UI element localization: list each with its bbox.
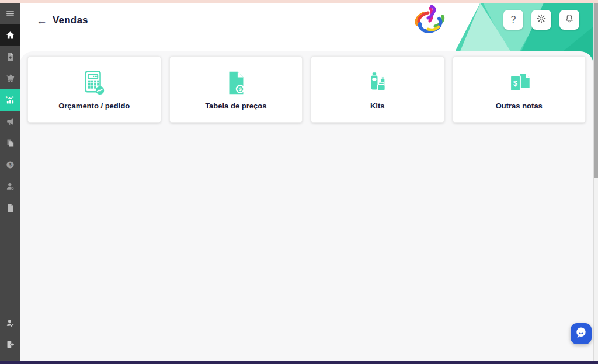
top-window-strip — [0, 0, 598, 3]
title-row: ← Vendas — [36, 15, 88, 26]
logout-icon — [5, 340, 15, 349]
sidebar-item-reports[interactable] — [0, 132, 20, 154]
svg-text:$: $ — [513, 79, 517, 88]
sidebar-bottom-group — [0, 312, 20, 355]
sales-chart-icon: $ — [5, 95, 15, 105]
card-label: Outras notas — [496, 102, 543, 110]
sidebar-item-sales[interactable]: $ — [0, 89, 20, 111]
card-label: Kits — [370, 102, 385, 110]
card-label: Orçamento / pedido — [58, 102, 130, 110]
chat-launcher-button[interactable] — [571, 323, 592, 344]
cart-icon — [5, 74, 15, 83]
dollar-coin-icon: $ — [5, 160, 15, 170]
page-header: ← Vendas — [20, 3, 598, 51]
bell-icon — [564, 13, 575, 26]
cosmetics-kit-icon — [364, 69, 391, 96]
sidebar-item-home[interactable] — [0, 24, 20, 46]
cards-row: Orçamento / pedido $ Tabela de preços — [27, 56, 586, 123]
chat-bubble-icon — [574, 326, 588, 342]
sidebar-item-customers[interactable] — [0, 176, 20, 197]
user-gear-icon — [5, 181, 15, 191]
header-buttons: ? — [503, 10, 579, 30]
sidebar-item-menu[interactable] — [0, 3, 20, 24]
content-panel: Orçamento / pedido $ Tabela de preços — [20, 51, 593, 361]
svg-text:$: $ — [6, 96, 8, 99]
sidebar-item-support[interactable] — [0, 312, 20, 334]
back-arrow-icon[interactable]: ← — [36, 15, 47, 26]
copy-pages-icon — [5, 138, 15, 148]
sidebar-item-finance[interactable]: $ — [0, 154, 20, 176]
card-label: Tabela de preços — [205, 102, 266, 110]
vertical-scrollbar[interactable] — [593, 3, 598, 361]
home-icon — [5, 30, 15, 40]
sidebar-item-cart[interactable] — [0, 68, 20, 89]
notes-files-icon: $ — [506, 69, 533, 96]
calculator-chart-icon — [81, 69, 107, 96]
user-check-icon — [5, 318, 15, 328]
rainbow-clef-logo — [412, 4, 447, 36]
gear-icon — [536, 13, 547, 26]
menu-icon — [5, 9, 15, 19]
main-area: ← Vendas — [20, 3, 598, 361]
card-orcamento-pedido[interactable]: Orçamento / pedido — [27, 56, 161, 123]
question-icon: ? — [511, 15, 516, 25]
notifications-button[interactable] — [559, 10, 579, 30]
file-icon — [5, 203, 15, 213]
card-outras-notas[interactable]: $ Outras notas — [453, 56, 586, 123]
page-title: Vendas — [53, 15, 88, 26]
sidebar-item-documents[interactable] — [0, 197, 20, 219]
sidebar-item-file-plus[interactable] — [0, 46, 20, 68]
help-button[interactable]: ? — [503, 10, 523, 30]
megaphone-icon — [5, 117, 15, 127]
sidebar-item-megaphone[interactable] — [0, 111, 20, 132]
bottom-window-strip — [0, 361, 598, 364]
card-tabela-de-precos[interactable]: $ Tabela de preços — [169, 56, 303, 123]
settings-button[interactable] — [531, 10, 551, 30]
price-file-icon: $ — [222, 69, 249, 96]
sidebar-item-logout[interactable] — [0, 334, 20, 355]
svg-text:$: $ — [238, 86, 241, 92]
card-kits[interactable]: Kits — [311, 56, 444, 123]
sidebar: $ $ — [0, 3, 20, 361]
scrollbar-thumb[interactable] — [594, 3, 598, 178]
file-plus-icon — [5, 52, 15, 62]
